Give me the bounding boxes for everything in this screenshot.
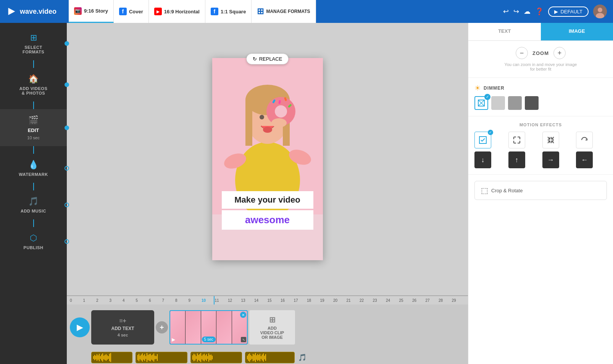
dimmer-row: ☀ DIMMER [474, 84, 607, 92]
cloud-save-button[interactable]: ☁ [524, 7, 531, 16]
tab-cover[interactable]: f Cover [114, 0, 149, 23]
tab-story[interactable]: 📷 9:16 Story [69, 0, 114, 23]
canvas-container: ↻ REPLACE [67, 23, 468, 295]
motion-btn-up[interactable]: ↑ [508, 151, 525, 168]
add-text-icon: ≡+ [119, 317, 126, 324]
tab-image[interactable]: IMAGE [541, 23, 613, 40]
svg-point-20 [271, 118, 287, 127]
sidebar-connector-5 [33, 219, 34, 227]
sidebar-dot-select-formats [65, 41, 69, 46]
ruler-mark-0: 0 [70, 298, 83, 303]
svg-point-15 [275, 105, 287, 118]
play-button[interactable]: ▶ DEFAULT [548, 6, 589, 17]
avatar[interactable] [593, 5, 607, 18]
facebook-icon-cover: f [119, 8, 127, 15]
sidebar-item-watermark[interactable]: 💧 WATERMARK [0, 154, 67, 183]
svg-point-2 [598, 8, 602, 12]
audio-clip-1[interactable] [91, 352, 132, 363]
track-add-clip[interactable]: ⊞ ADDVIDEO CLIPOR IMAGE [249, 310, 295, 345]
motion-btn-expand[interactable] [508, 132, 525, 148]
audio-clip-3[interactable] [190, 352, 242, 363]
instagram-icon: 📷 [74, 7, 82, 15]
add-music-icon: 🎵 [28, 196, 39, 206]
motion-effects-section: MOTION EFFECTS [468, 116, 613, 175]
swatch-active-edit[interactable] [474, 96, 488, 110]
svg-point-13 [263, 127, 272, 133]
motion-btn-rotate[interactable] [576, 132, 593, 148]
sidebar-dot-publish [65, 239, 69, 244]
select-formats-icon: ⊞ [30, 33, 37, 43]
text-line2[interactable]: awesome [222, 210, 313, 230]
sidebar-item-publish[interactable]: ⬡ PUBLISH [0, 227, 67, 256]
text-line1[interactable]: Make your video [222, 191, 313, 209]
zoom-section: − ZOOM + You can zoom in and move your i… [468, 41, 613, 78]
motion-btn-left[interactable]: ← [576, 151, 593, 168]
audio-bars-3 [191, 352, 214, 363]
motion-btn-compress[interactable] [542, 132, 559, 148]
zoom-in-button[interactable]: + [553, 47, 566, 59]
audio-add-button[interactable]: 🎵 [296, 352, 308, 363]
redo-button[interactable]: ↪ [513, 7, 519, 16]
audio-clip-4[interactable] [245, 352, 295, 363]
zoom-label: ZOOM [532, 50, 549, 56]
watermark-icon: 💧 [28, 160, 39, 170]
audio-tracks: 🎵 [67, 350, 468, 364]
track-text[interactable]: ≡+ ADD TEXT 4 sec [91, 310, 154, 345]
audio-clip-2[interactable] [136, 352, 187, 363]
track-video-resize-handle[interactable]: ⤡ [241, 337, 246, 342]
right-panel: TEXT IMAGE − ZOOM + You can zoom in and … [468, 23, 613, 364]
zoom-hint: You can zoom in and move your imagefor b… [474, 62, 607, 71]
panel-tabs: TEXT IMAGE [468, 23, 613, 41]
sidebar-item-select-formats[interactable]: ⊞ SELECTFORMATS [0, 27, 67, 60]
sidebar-dot-add-music [65, 203, 69, 207]
track-join-button[interactable] [156, 321, 168, 333]
crop-icon: ⬚ [481, 186, 488, 195]
track-video-play-icon: ▶ [172, 337, 175, 342]
sidebar-item-add-music[interactable]: 🎵 ADD MUSIC [0, 190, 67, 219]
track-video[interactable]: ✕ ▶ 5 sec ⤡ [169, 310, 248, 345]
swatch-light-gray[interactable] [491, 96, 505, 110]
motion-btn-down[interactable]: ↓ [474, 151, 491, 168]
play-icon: ▶ [554, 9, 558, 14]
sidebar-item-edit[interactable]: 🎬 EDIT 10 sec [0, 109, 67, 146]
youtube-icon: ▶ [154, 8, 162, 15]
track-video-duration: 5 sec [202, 337, 216, 342]
replace-button[interactable]: ↻ REPLACE [246, 53, 289, 64]
tab-square[interactable]: f 1:1 Square [205, 0, 252, 23]
zoom-row: − ZOOM + [474, 47, 607, 59]
timeline-area: 0 1 2 3 4 5 6 7 8 9 10 11 12 13 14 15 16 [67, 295, 468, 364]
dimmer-label: DIMMER [484, 85, 505, 91]
swatch-dark-gray[interactable] [525, 96, 539, 110]
add-clip-icon: ⊞ [269, 315, 276, 324]
color-swatches [474, 96, 607, 110]
topbar-right: ↩ ↪ ☁ ❓ ▶ DEFAULT [503, 5, 613, 18]
help-button[interactable]: ❓ [535, 7, 544, 16]
text-overlay: Make your video awesome [222, 191, 313, 230]
track-video-close-button[interactable]: ✕ [240, 312, 246, 318]
zoom-out-button[interactable]: − [516, 47, 528, 59]
playhead[interactable] [214, 296, 215, 304]
dimmer-section: ☀ DIMMER [468, 78, 613, 116]
timeline-tracks: ▶ ≡+ ADD TEXT 4 sec [67, 304, 468, 350]
dimmer-icon: ☀ [474, 84, 481, 92]
edit-icon: 🎬 [28, 115, 39, 125]
crop-rotate-button[interactable]: ⬚ Crop & Rotate [474, 181, 607, 200]
manage-formats-btn[interactable]: ⊞ MANAGE FORMATS [252, 0, 316, 23]
logo-text: wave.video [20, 8, 56, 16]
sidebar: ⊞ SELECTFORMATS 🏠 ADD VIDEOS& PHOTOS 🎬 E… [0, 23, 67, 364]
sidebar-dot-edit [65, 126, 69, 130]
undo-button[interactable]: ↩ [503, 7, 509, 16]
swatch-medium-gray[interactable] [508, 96, 522, 110]
sidebar-item-add-videos[interactable]: 🏠 ADD VIDEOS& PHOTOS [0, 68, 67, 101]
motion-btn-right[interactable]: → [542, 151, 559, 168]
play-big-button[interactable]: ▶ [70, 317, 90, 337]
tab-horizontal[interactable]: ▶ 16:9 Horizontal [149, 0, 205, 23]
motion-btn-edit[interactable] [474, 132, 491, 148]
svg-marker-0 [8, 8, 15, 15]
sidebar-connector-2 [33, 101, 34, 109]
track-frame-4 [216, 311, 232, 344]
svg-rect-10 [245, 100, 252, 146]
sidebar-connector-1 [33, 60, 34, 68]
preview-image [212, 58, 323, 210]
tab-text[interactable]: TEXT [468, 23, 541, 40]
